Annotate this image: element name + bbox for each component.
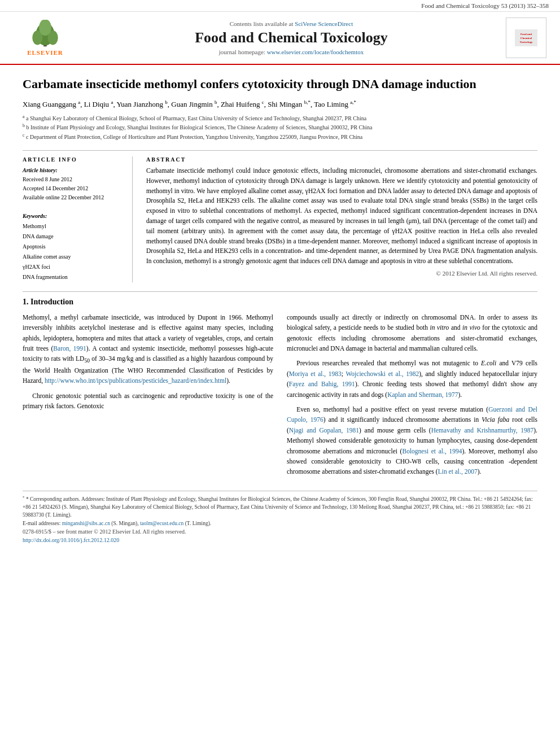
author-mingan: Shi Mingan b,* — [268, 100, 310, 108]
svg-text:Chemical: Chemical — [520, 37, 532, 40]
section-title: 1. Introduction — [23, 298, 537, 307]
article-history: Article history: Received 8 June 2012 Ac… — [23, 166, 119, 202]
doi-line: http://dx.doi.org/10.1016/j.fct.2012.12.… — [23, 537, 537, 543]
article-title: Carbamate insecticide methomyl confers c… — [23, 76, 537, 93]
svg-text:Toxicology: Toxicology — [520, 41, 533, 43]
footnote-section: * * Corresponding authors. Addresses: In… — [23, 491, 537, 527]
moriya-ref[interactable]: Moriya et al., 1983 — [289, 370, 342, 377]
elsevier-logo: ELSEVIER — [27, 20, 63, 56]
email-liming[interactable]: taolm@ecust.edu.cn — [140, 521, 183, 526]
author-jianzhong: Yuan Jianzhong b — [116, 100, 167, 108]
page: Food and Chemical Toxicology 53 (2013) 3… — [0, 0, 560, 747]
article-info-col: ARTICLE INFO Article history: Received 8… — [23, 156, 119, 282]
kaplan-ref[interactable]: Kaplan and Sherman, 1977 — [387, 391, 458, 398]
lin-ref[interactable]: Lin et al., 2007 — [438, 468, 478, 475]
author-liming: Tao Liming a,* — [314, 100, 356, 108]
fayez-ref[interactable]: Fayez and Bahig, 1991 — [289, 381, 355, 387]
keyword-apoptosis: Apoptosis — [23, 242, 119, 252]
authors-line: Xiang Guanggang a, Li Diqiu a, Yuan Jian… — [23, 99, 537, 109]
journal-ref: Food and Chemical Toxicology 53 (2013) 3… — [421, 2, 549, 9]
journal-logo-box: Food and Chemical Toxicology — [506, 18, 546, 58]
journal-homepage: journal homepage: www.elsevier.com/locat… — [79, 49, 504, 55]
abstract-text: Carbamate insecticide methomyl could ind… — [146, 166, 537, 267]
abstract-col: ABSTRACT Carbamate insecticide methomyl … — [146, 156, 537, 282]
intro-p1: Methomyl, a methyl carbamate insecticide… — [23, 312, 273, 386]
elsevier-tree-icon — [28, 20, 62, 48]
author-huifeng: Zhai Huifeng c — [221, 100, 264, 108]
journal-header: ELSEVIER Contents lists available at Sci… — [0, 12, 560, 65]
available-date: Available online 22 December 2012 — [23, 193, 119, 202]
keyword-dna-damage: DNA damage — [23, 231, 119, 242]
intro-col-right: compounds usually act directly or indire… — [287, 312, 537, 482]
journal-header-center: Contents lists available at SciVerse Sci… — [79, 20, 504, 55]
keyword-dna-frag: DNA fragmentation — [23, 272, 119, 282]
footnote-star: * * Corresponding authors. Addresses: In… — [23, 495, 537, 519]
svg-text:Food and: Food and — [520, 33, 532, 36]
top-bar: Food and Chemical Toxicology 53 (2013) 3… — [0, 0, 560, 12]
vert-divider — [132, 156, 133, 282]
author-guanggang: Xiang Guanggang a — [23, 100, 80, 108]
keyword-comet: Alkaline comet assay — [23, 252, 119, 262]
abstract-label: ABSTRACT — [146, 156, 537, 163]
copyright-line: © 2012 Elsevier Ltd. All rights reserved… — [146, 270, 537, 277]
doi-link[interactable]: http://dx.doi.org/10.1016/j.fct.2012.12.… — [23, 537, 119, 543]
footnote-email: E-mail addresses: minganshi@sibs.ac.cn (… — [23, 519, 537, 527]
bolognesi-ref[interactable]: Bolognesi et al., 1994 — [402, 448, 462, 455]
accepted-date: Accepted 14 December 2012 — [23, 184, 119, 193]
who-link[interactable]: http://www.who.int/ipcs/publications/pes… — [45, 377, 226, 384]
introduction-section: 1. Introduction Methomyl, a methyl carba… — [23, 298, 537, 482]
intro-p3: compounds usually act directly or indire… — [287, 312, 537, 354]
email-mingan[interactable]: minganshi@sibs.ac.cn — [62, 521, 110, 526]
elsevier-logo-area: ELSEVIER — [11, 20, 79, 56]
journal-logo-icon: Food and Chemical Toxicology — [515, 29, 537, 46]
journal-url[interactable]: www.elsevier.com/locate/foodchemtox — [267, 49, 364, 55]
received-date: Received 8 June 2012 — [23, 175, 119, 184]
journal-logo-right: Food and Chemical Toxicology — [504, 18, 549, 58]
woj-ref[interactable]: Wojciechowski et al., 1982 — [345, 370, 419, 377]
svg-point-4 — [39, 20, 51, 36]
intro-col-left: Methomyl, a methyl carbamate insecticide… — [23, 312, 273, 482]
elsevier-text: ELSEVIER — [27, 49, 63, 56]
divider-2 — [23, 291, 537, 292]
article-info-label: ARTICLE INFO — [23, 156, 119, 163]
sciversedirect-link[interactable]: SciVerse ScienceDirect — [295, 20, 353, 27]
article-info-abstract: ARTICLE INFO Article history: Received 8… — [23, 156, 537, 282]
njagi-ref[interactable]: Njagi and Gopalan, 1981 — [289, 427, 359, 434]
intro-p5: Even so, methomyl had a positive effect … — [287, 404, 537, 477]
journal-title: Food and Chemical Toxicology — [79, 29, 504, 46]
baron-ref[interactable]: Baron, 1991 — [53, 345, 86, 352]
keywords-section: Keywords: Methomyl DNA damage Apoptosis … — [23, 211, 119, 282]
keywords-label: Keywords: — [23, 211, 119, 221]
keyword-h2ax: γH2AX foci — [23, 262, 119, 272]
affiliation-a: a a Shanghai Key Laboratory of Chemical … — [23, 113, 537, 123]
author-jingmin: Guan Jingmin b — [171, 100, 217, 108]
affiliation-c: c c Department of Plant Protection, Coll… — [23, 132, 537, 141]
intro-p2: Chronic genotoxic potential such as carc… — [23, 391, 273, 412]
hema-ref[interactable]: Hemavathy and Krishnamurthy, 1987 — [431, 427, 534, 434]
history-label: Article history: — [23, 166, 119, 175]
intro-p4: Previous researches revealed that methom… — [287, 358, 537, 400]
affiliation-b: b b Institute of Plant Physiology and Ec… — [23, 123, 537, 132]
affiliations: a a Shanghai Key Laboratory of Chemical … — [23, 113, 537, 141]
keyword-methomyl: Methomyl — [23, 221, 119, 231]
article-content: Carbamate insecticide methomyl confers c… — [0, 65, 560, 554]
intro-body: Methomyl, a methyl carbamate insecticide… — [23, 312, 537, 482]
abstract-body: Carbamate insecticide methomyl could ind… — [146, 167, 537, 264]
contents-line: Contents lists available at SciVerse Sci… — [79, 20, 504, 27]
divider-1 — [23, 150, 537, 151]
author-diqiu: Li Diqiu a — [84, 100, 113, 108]
issn-line: 0278-6915/$ – see front matter © 2012 El… — [23, 528, 537, 535]
